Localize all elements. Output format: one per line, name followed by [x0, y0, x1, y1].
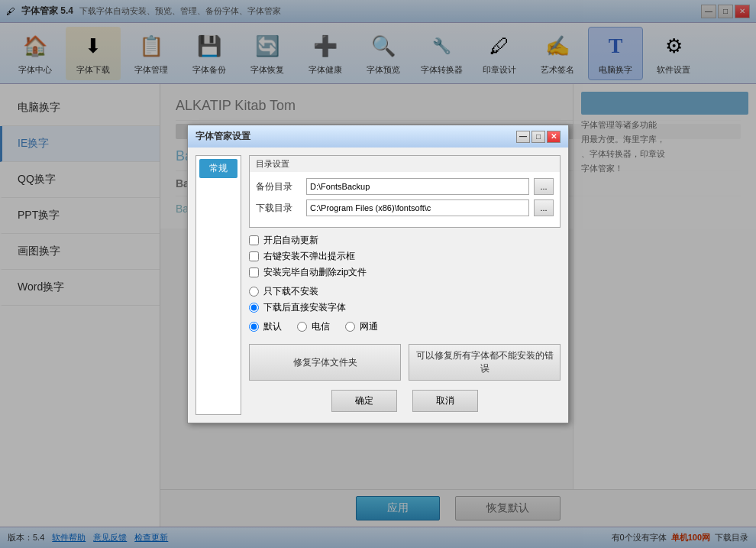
checkbox-group: 开启自动更新 右键安装不弹出提示框 安装完毕自动删除zip文件	[249, 234, 561, 279]
checkbox-auto-update-label: 开启自动更新	[263, 234, 318, 247]
radio-download-only-row: 只下载不安装	[249, 285, 561, 298]
radio-default[interactable]	[249, 322, 259, 332]
radio-download-only[interactable]	[249, 287, 259, 297]
dialog-ok-btn[interactable]: 确定	[331, 390, 397, 412]
radio-unicom[interactable]	[345, 322, 355, 332]
dialog-sidebar: 常规	[195, 155, 241, 415]
checkbox-no-prompt-row: 右键安装不弹出提示框	[249, 250, 561, 263]
backup-dir-row: 备份目录 ...	[256, 178, 554, 195]
dir-settings-section: 目录设置 备份目录 ... 下载目录 ...	[249, 155, 561, 228]
dialog-overlay: 字体管家设置 — □ ✕ 常规 目录设置 备份目录	[0, 0, 756, 548]
download-dir-label: 下载目录	[256, 202, 302, 215]
download-dir-browse-btn[interactable]: ...	[534, 199, 554, 216]
checkbox-delete-zip-row: 安装完毕自动删除zip文件	[249, 266, 561, 279]
radio-group-network: 默认 电信 网通	[249, 320, 561, 336]
dialog-title-bar: 字体管家设置 — □ ✕	[188, 125, 568, 148]
radio-telecom-row: 电信	[297, 320, 330, 333]
dialog-main: 目录设置 备份目录 ... 下载目录 ...	[249, 155, 561, 415]
radio-group-install: 只下载不安装 下载后直接安装字体	[249, 285, 561, 314]
backup-dir-label: 备份目录	[256, 180, 302, 193]
checkbox-delete-zip-label: 安装完毕自动删除zip文件	[263, 266, 367, 279]
checkbox-no-prompt-label: 右键安装不弹出提示框	[263, 250, 355, 263]
checkbox-auto-update[interactable]	[249, 235, 259, 245]
checkbox-no-prompt[interactable]	[249, 251, 259, 261]
download-dir-input[interactable]	[306, 199, 529, 216]
checkbox-delete-zip[interactable]	[249, 268, 259, 277]
radio-telecom-label: 电信	[312, 320, 330, 333]
dialog-sidebar-general[interactable]: 常规	[199, 159, 237, 178]
dialog-cancel-btn[interactable]: 取消	[412, 390, 478, 412]
dialog-minimize-btn[interactable]: —	[516, 131, 530, 143]
radio-download-install-label: 下载后直接安装字体	[263, 301, 346, 314]
checkbox-auto-update-row: 开启自动更新	[249, 234, 561, 247]
radio-download-only-label: 只下载不安装	[263, 285, 318, 298]
radio-download-install-row: 下载后直接安装字体	[249, 301, 561, 314]
radio-telecom[interactable]	[297, 322, 307, 332]
backup-dir-browse-btn[interactable]: ...	[534, 178, 554, 195]
radio-download-install[interactable]	[249, 303, 259, 313]
dir-settings-title: 目录设置	[250, 156, 560, 172]
dialog-title-controls: — □ ✕	[516, 131, 561, 143]
radio-unicom-row: 网通	[345, 320, 378, 333]
dialog-ok-cancel: 确定 取消	[249, 387, 561, 415]
dialog-close-btn[interactable]: ✕	[547, 131, 561, 143]
radio-default-row: 默认	[249, 320, 282, 333]
radio-default-label: 默认	[263, 320, 282, 333]
repair-install-error-btn[interactable]: 可以修复所有字体都不能安装的错误	[409, 344, 561, 381]
repair-buttons-row: 修复字体文件夹 可以修复所有字体都不能安装的错误	[249, 344, 561, 381]
repair-font-folder-btn[interactable]: 修复字体文件夹	[249, 344, 401, 381]
settings-dialog: 字体管家设置 — □ ✕ 常规 目录设置 备份目录	[187, 125, 569, 423]
download-dir-row: 下载目录 ...	[256, 199, 554, 216]
backup-dir-input[interactable]	[306, 178, 529, 195]
dialog-body: 常规 目录设置 备份目录 ... 下载目录 ...	[188, 148, 568, 423]
dialog-title: 字体管家设置	[195, 130, 250, 143]
radio-unicom-label: 网通	[360, 320, 378, 333]
dialog-maximize-btn[interactable]: □	[531, 131, 545, 143]
